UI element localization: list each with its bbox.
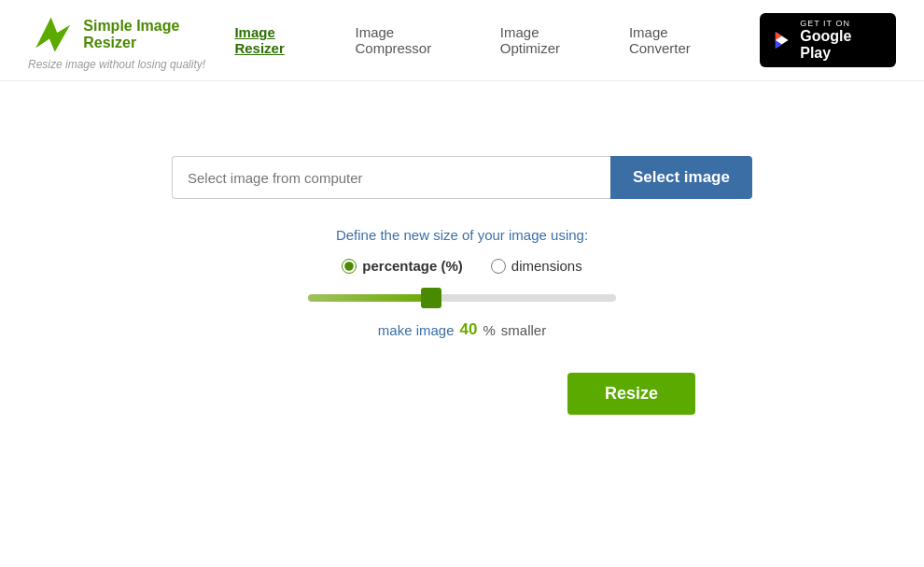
radio-dimensions-label[interactable]: dimensions — [511, 258, 582, 274]
define-label: Define the new size of your image using: — [336, 227, 588, 243]
make-image-label: make image — [378, 322, 455, 338]
radio-dimensions-input[interactable] — [491, 259, 506, 274]
slider-container — [308, 289, 616, 305]
nav-image-converter[interactable]: Image Converter — [629, 24, 732, 56]
file-input-text[interactable] — [172, 156, 610, 199]
nav-image-compressor[interactable]: Image Compressor — [356, 24, 472, 56]
play-store-icon — [771, 29, 793, 51]
header: Simple Image Resizer Resize image withou… — [0, 0, 924, 81]
logo-subtitle: Resize image without losing quality! — [28, 58, 234, 71]
google-play-text: GET IT ON Google Play — [800, 19, 885, 61]
radio-group: percentage (%) dimensions — [342, 258, 581, 274]
nav-area: Image Resizer Image Compressor Image Opt… — [234, 13, 896, 66]
size-slider[interactable] — [308, 294, 616, 302]
logo-icon — [28, 9, 74, 56]
svg-marker-0 — [35, 18, 70, 52]
select-image-button[interactable]: Select image — [610, 156, 752, 199]
logo-title: Simple Image Resizer — [83, 18, 234, 51]
resize-button-row: Resize — [229, 373, 695, 415]
percent-value: 40 — [460, 320, 478, 339]
file-input-row: Select image — [172, 156, 752, 199]
logo-area: Simple Image Resizer Resize image withou… — [28, 9, 234, 71]
radio-percentage-input[interactable] — [342, 259, 357, 274]
nav-image-resizer[interactable]: Image Resizer — [234, 24, 327, 56]
get-it-on-label: GET IT ON — [800, 19, 885, 28]
radio-percentage-label[interactable]: percentage (%) — [362, 258, 463, 274]
define-section: Define the new size of your image using:… — [229, 227, 695, 415]
nav-image-optimizer[interactable]: Image Optimizer — [500, 24, 601, 56]
make-smaller-row: make image 40 % smaller — [378, 320, 546, 339]
radio-percentage[interactable]: percentage (%) — [342, 258, 463, 274]
percent-sign: % — [483, 322, 495, 338]
resize-button[interactable]: Resize — [567, 373, 695, 415]
google-play-button[interactable]: GET IT ON Google Play — [760, 13, 896, 66]
radio-dimensions[interactable]: dimensions — [491, 258, 582, 274]
google-play-label: Google Play — [800, 28, 885, 61]
logo-row: Simple Image Resizer — [28, 9, 234, 56]
main-content: Select image Define the new size of your… — [0, 81, 924, 452]
smaller-label: smaller — [501, 322, 546, 338]
